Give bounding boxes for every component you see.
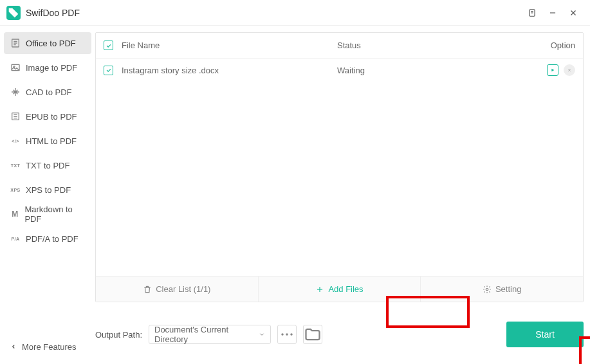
svg-marker-8 — [551, 69, 554, 72]
trash-icon — [143, 285, 152, 294]
file-name: Instagram story size .docx — [119, 66, 337, 75]
sidebar-item-image[interactable]: Image to PDF — [4, 57, 91, 78]
sidebar-item-label: CAD to PDF — [26, 87, 72, 97]
minimize-button[interactable] — [542, 3, 563, 23]
app-logo-icon — [6, 6, 21, 20]
chevron-left-icon — [10, 343, 17, 350]
more-features-label: More Features — [22, 342, 77, 352]
sidebar-item-label: Office to PDF — [26, 39, 76, 48]
cad-icon — [10, 87, 21, 97]
folder-icon — [304, 325, 322, 343]
markdown-icon: M — [10, 209, 19, 219]
epub-icon — [10, 111, 21, 122]
close-button[interactable] — [563, 3, 584, 23]
browse-folder-button[interactable] — [303, 325, 322, 344]
col-header-option: Option — [530, 41, 575, 50]
sidebar-item-label: PDF/A to PDF — [26, 234, 78, 244]
setting-label: Setting — [495, 284, 521, 294]
list-toolbar: Clear List (1/1) Add Files Setting — [96, 276, 583, 302]
image-icon — [10, 62, 21, 73]
sidebar-item-label: TXT to PDF — [26, 161, 69, 170]
start-button[interactable]: Start — [506, 322, 584, 347]
check-icon — [106, 67, 112, 73]
xps-icon: XPS — [10, 185, 21, 195]
pdfa-icon: P/A — [10, 233, 21, 244]
sidebar-item-txt[interactable]: TXT TXT to PDF — [4, 154, 91, 176]
close-icon — [567, 68, 572, 73]
col-header-status: Status — [337, 41, 530, 50]
output-path-select[interactable]: Document's Current Directory — [149, 325, 271, 344]
svg-point-13 — [486, 288, 488, 291]
chevron-down-icon — [259, 331, 265, 338]
more-features-button[interactable]: More Features — [4, 336, 91, 358]
output-path-value: Document's Current Directory — [154, 325, 259, 344]
svg-point-14 — [281, 333, 284, 336]
more-options-button[interactable] — [277, 325, 297, 344]
file-status: Waiting — [337, 66, 530, 75]
col-header-name: File Name — [119, 41, 337, 50]
gear-icon — [483, 285, 492, 294]
select-all-checkbox[interactable] — [104, 41, 113, 50]
clear-list-label: Clear List (1/1) — [156, 284, 210, 294]
row-play-button[interactable] — [547, 64, 558, 76]
sidebar-item-label: EPUB to PDF — [26, 112, 77, 122]
setting-button[interactable]: Setting — [421, 277, 583, 302]
start-label: Start — [535, 329, 555, 340]
sidebar-item-html[interactable]: </> HTML to PDF — [4, 130, 91, 152]
add-files-label: Add Files — [328, 284, 363, 294]
sidebar-item-markdown[interactable]: M Markdown to PDF — [4, 203, 91, 225]
sidebar-item-pdfa[interactable]: P/A PDF/A to PDF — [4, 228, 91, 250]
output-path-label: Output Path: — [95, 330, 142, 340]
table-row[interactable]: Instagram story size .docx Waiting — [96, 59, 583, 82]
dots-icon — [278, 325, 296, 343]
title-bar: SwifDoo PDF — [0, 0, 590, 26]
office-icon — [10, 38, 21, 48]
table-header: File Name Status Option — [96, 33, 583, 59]
svg-point-16 — [290, 333, 293, 336]
file-list: File Name Status Option Instagram story … — [95, 32, 584, 302]
clear-list-button[interactable]: Clear List (1/1) — [96, 277, 259, 302]
content: File Name Status Option Instagram story … — [95, 26, 590, 364]
pin-button[interactable] — [522, 3, 542, 23]
row-checkbox[interactable] — [104, 66, 113, 75]
sidebar-item-cad[interactable]: CAD to PDF — [4, 81, 91, 103]
sidebar-item-xps[interactable]: XPS XPS to PDF — [4, 179, 91, 201]
check-icon — [106, 42, 112, 49]
plus-icon — [315, 285, 324, 294]
sidebar-item-label: HTML to PDF — [26, 136, 77, 146]
sidebar-item-label: XPS to PDF — [26, 185, 71, 195]
bottom-bar: Output Path: Document's Current Director… — [95, 302, 584, 347]
html-icon: </> — [10, 136, 21, 146]
sidebar-item-label: Image to PDF — [26, 63, 77, 73]
sidebar-item-epub[interactable]: EPUB to PDF — [4, 105, 91, 127]
app-title: SwifDoo PDF — [26, 8, 80, 18]
txt-icon: TXT — [10, 160, 21, 170]
row-remove-button[interactable] — [564, 64, 575, 76]
svg-point-15 — [286, 333, 288, 336]
sidebar-item-label: Markdown to PDF — [24, 205, 85, 224]
sidebar: Office to PDF Image to PDF CAD to PDF EP… — [0, 26, 95, 364]
play-icon — [550, 68, 555, 73]
sidebar-item-office[interactable]: Office to PDF — [4, 32, 91, 54]
add-files-button[interactable]: Add Files — [259, 277, 421, 302]
